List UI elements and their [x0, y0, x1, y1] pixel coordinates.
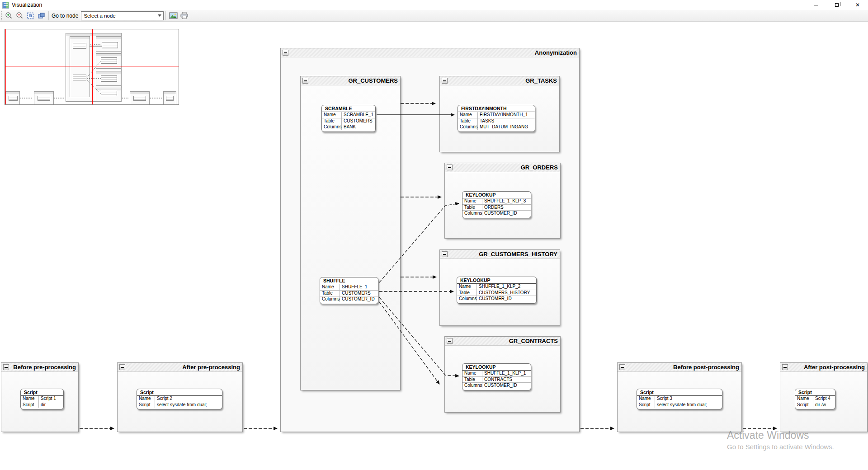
node-scramble[interactable]: SCRAMBLE NameSCRAMBLE_1 TableCUSTOMERS C… [321, 105, 376, 132]
field-label: Script [637, 402, 655, 408]
minimap-node [9, 96, 18, 101]
field-label: Table [322, 118, 342, 124]
collapse-button[interactable] [119, 364, 125, 370]
node-script-4[interactable]: Script NameScript 4 Scriptdir /w [795, 389, 835, 409]
collapse-button[interactable] [782, 364, 788, 370]
node-keylookup-orders[interactable]: KEYLOOKUP NameSHUFFLE_1_KLP_3 TableORDER… [462, 191, 531, 218]
node-keylookup-history[interactable]: KEYLOOKUP NameSHUFFLE_1_KLP_2 TableCUSTO… [457, 277, 537, 304]
combobox-dropdown-button[interactable] [156, 12, 163, 20]
fit-view-icon [26, 12, 34, 20]
cascade-icon [37, 12, 45, 20]
minimap-node [73, 43, 86, 49]
node-script-2[interactable]: Script NameScript 2 Scriptselect sysdate… [137, 389, 222, 409]
node-script-1[interactable]: Script NameScript 1 Scriptdir [20, 389, 64, 409]
field-label: Name [462, 198, 482, 204]
toolbar: Go to node Select a node [0, 10, 868, 22]
group-header[interactable]: Before pre-processing [1, 363, 78, 372]
field-label: Columns [320, 296, 340, 302]
print-icon [180, 12, 189, 19]
field-label: Name [795, 396, 813, 402]
field-value: SHUFFLE_1_KLP_1 [482, 371, 531, 376]
collapse-button[interactable] [442, 78, 448, 84]
collapse-button[interactable] [442, 251, 448, 257]
export-image-icon [169, 12, 178, 19]
zoom-in-button[interactable] [3, 11, 14, 21]
cascade-button[interactable] [36, 11, 47, 21]
field-label: Table [458, 118, 478, 124]
field-value: CUSTOMERS [340, 291, 378, 296]
group-header[interactable]: GR_ORDERS [445, 163, 560, 172]
group-header[interactable]: Before post-processing [618, 363, 741, 372]
field-value: SCRAMBLE_1 [342, 112, 375, 118]
zoom-out-button[interactable] [14, 11, 25, 21]
restore-button[interactable] [826, 0, 847, 10]
visualization-window: Visualization ✕ [0, 0, 868, 470]
group-header[interactable]: GR_CUSTOMERS_HISTORY [440, 250, 560, 259]
group-title: GR_CUSTOMERS [348, 77, 398, 84]
field-label: Name [637, 396, 655, 402]
field-label: Name [457, 284, 477, 290]
collapse-button[interactable] [447, 338, 453, 344]
minimap[interactable] [5, 29, 179, 105]
minimap-node [102, 42, 118, 48]
minimap-node [166, 96, 174, 101]
field-label: Script [21, 402, 39, 408]
fit-view-button[interactable] [25, 11, 36, 21]
close-button[interactable]: ✕ [847, 0, 868, 10]
field-label: Columns [457, 296, 477, 301]
node-script-3[interactable]: Script NameScript 3 Scriptselect sysdate… [637, 389, 722, 409]
field-value: Script 2 [155, 396, 222, 402]
collapse-button[interactable] [619, 364, 625, 370]
minimap-node [73, 75, 86, 80]
group-title: GR_CONTRACTS [509, 338, 558, 344]
close-icon: ✕ [855, 2, 860, 8]
group-header[interactable]: After post-processing [780, 363, 867, 372]
window-title: Visualization [12, 2, 42, 8]
go-to-node-label: Go to node [52, 13, 78, 19]
group-title: After pre-processing [182, 364, 240, 371]
node-title: Script [637, 389, 722, 396]
minimap-viewport-line [92, 29, 93, 105]
group-title: GR_ORDERS [521, 164, 558, 171]
group-header[interactable]: Anonymization [281, 48, 579, 57]
field-label: Columns [322, 124, 342, 130]
field-value: Script 4 [813, 396, 835, 402]
field-value: SHUFFLE_1_KLP_2 [477, 284, 536, 290]
toolbar-separator [165, 11, 166, 20]
group-header[interactable]: GR_TASKS [440, 76, 559, 85]
field-label: Columns [462, 383, 482, 388]
group-title: GR_TASKS [525, 77, 557, 84]
activate-windows-watermark: Activate Windows Go to Settings to activ… [727, 429, 834, 451]
collapse-button[interactable] [302, 78, 308, 84]
field-label: Name [322, 112, 342, 118]
node-title: KEYLOOKUP [457, 277, 536, 284]
title-bar: Visualization ✕ [0, 0, 868, 10]
field-label: Name [462, 371, 482, 376]
collapse-button[interactable] [3, 364, 9, 370]
field-label: Name [320, 284, 340, 290]
node-keylookup-contracts[interactable]: KEYLOOKUP NameSHUFFLE_1_KLP_1 TableCONTR… [462, 363, 531, 390]
group-title: Anonymization [535, 49, 577, 56]
node-shuffle[interactable]: SHUFFLE NameSHUFFLE_1 TableCUSTOMERS Col… [320, 277, 378, 304]
minimap-node [133, 96, 146, 101]
field-value: select sysdate from dual; [655, 402, 722, 408]
minimap-node [101, 75, 117, 82]
print-button[interactable] [179, 11, 189, 21]
node-selector-combobox[interactable]: Select a node [81, 11, 164, 20]
collapse-icon [284, 52, 287, 53]
collapse-button[interactable] [283, 50, 288, 56]
watermark-line2: Go to Settings to activate Windows. [727, 443, 834, 451]
group-header[interactable]: After pre-processing [118, 363, 242, 372]
minimize-button[interactable] [806, 0, 826, 10]
group-header[interactable]: GR_CUSTOMERS [301, 76, 400, 85]
field-label: Table [457, 290, 477, 296]
chevron-down-icon [158, 14, 161, 17]
node-firstdayinmonth[interactable]: FIRSTDAYINMONTH NameFIRSTDAYINMONTH_1 Ta… [458, 105, 535, 132]
export-image-button[interactable] [168, 11, 179, 21]
collapse-icon [448, 341, 451, 342]
group-title: GR_CUSTOMERS_HISTORY [479, 251, 557, 258]
collapse-button[interactable] [447, 164, 453, 170]
node-title: KEYLOOKUP [462, 364, 531, 371]
collapse-icon [5, 367, 8, 368]
group-header[interactable]: GR_CONTRACTS [445, 337, 560, 346]
